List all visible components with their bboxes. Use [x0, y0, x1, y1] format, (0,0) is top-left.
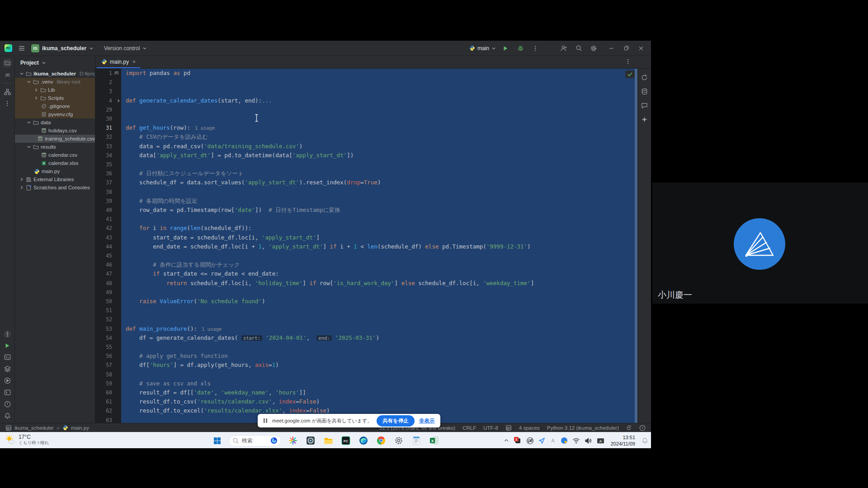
status-segment[interactable]: CRLF: [462, 425, 476, 431]
pull-requests-icon[interactable]: [5, 72, 10, 78]
bell-icon[interactable]: [4, 413, 11, 419]
project-widget[interactable]: IS ikuma_scheduler: [31, 44, 94, 52]
version-control-menu[interactable]: Version control: [104, 45, 147, 52]
status-segment[interactable]: 4 spaces: [519, 425, 540, 431]
code-content[interactable]: 1import pandas as pd234def generate_cale…: [95, 69, 651, 423]
wifi-icon[interactable]: [572, 437, 580, 445]
code-line-50[interactable]: 50 raise ValueError('No schedule found'): [95, 297, 635, 306]
code-line-34[interactable]: 34 data['apply_start_dt'] = pd.to_dateti…: [95, 151, 635, 160]
code-line-51[interactable]: 51: [95, 306, 635, 315]
chevron-down-icon[interactable]: [27, 120, 31, 125]
tree-item-pyvenv-cfg[interactable]: pyvenv.cfg: [15, 110, 95, 118]
code-line-38[interactable]: 38: [95, 188, 635, 197]
tree-item-training-schedule-csv[interactable]: training_schedule.csv: [15, 135, 95, 143]
taskbar-clock[interactable]: 13:51 2024/11/09: [611, 434, 635, 447]
structure-icon[interactable]: [4, 89, 11, 95]
tree-item-calendar-csv[interactable]: calendar.csv: [15, 151, 95, 159]
gutter-users-icon[interactable]: [113, 70, 119, 76]
code-line-42[interactable]: 42 for i in range(len(schedule_df)):: [95, 224, 635, 233]
chrome-icon[interactable]: [375, 434, 387, 447]
console-icon[interactable]: [4, 354, 11, 361]
editor-body[interactable]: 1import pandas as pd234def generate_cale…: [95, 69, 651, 423]
code-line-33[interactable]: 33 data = pd.read_csv('data/training_sch…: [95, 142, 635, 151]
sync-icon[interactable]: [641, 74, 648, 81]
code-line-57[interactable]: 57 df['hours'] = df.apply(get_hours, axi…: [95, 361, 635, 370]
chevron-right-icon[interactable]: [34, 96, 38, 100]
volume-icon[interactable]: [585, 437, 592, 445]
tree-item--venv[interactable]: .venvlibrary root: [15, 78, 95, 86]
chevron-down-icon[interactable]: [27, 145, 31, 149]
widgets-icon[interactable]: [287, 434, 299, 447]
tree-item-lib[interactable]: Lib: [15, 86, 95, 94]
code-line-54[interactable]: 54 df = generate_calendar_dates( start: …: [95, 333, 635, 343]
photos-icon[interactable]: [305, 434, 316, 447]
tab-close-icon[interactable]: ×: [132, 59, 136, 65]
hide-link[interactable]: 非表示: [419, 418, 435, 424]
database-icon[interactable]: [641, 88, 648, 95]
location-icon[interactable]: [538, 437, 545, 444]
code-line-3[interactable]: 3: [95, 87, 635, 96]
edge-icon[interactable]: [358, 434, 369, 447]
code-line-29[interactable]: 29: [95, 105, 635, 114]
indent-info-icon[interactable]: [505, 425, 512, 431]
code-line-48[interactable]: 48 return schedule_df.loc[i, 'holiday_ti…: [95, 279, 635, 288]
code-line-4[interactable]: 4def generate_calendar_dates(start, end)…: [95, 96, 635, 105]
ime-keyboard-icon[interactable]: A: [597, 437, 604, 444]
code-line-44[interactable]: 44 end_date = schedule_df.loc[i + 1, 'ap…: [95, 242, 635, 251]
tree-item-external-libraries[interactable]: External Libraries: [15, 175, 95, 183]
tab-options-kebab-icon[interactable]: [625, 58, 631, 65]
status-segment[interactable]: UTF-8: [483, 425, 498, 431]
blue-dot-icon[interactable]: [561, 437, 568, 444]
tree-item-calendar-xlsx[interactable]: Xcalendar.xlsx: [15, 159, 95, 167]
start-button[interactable]: [211, 434, 223, 447]
tree-item-results[interactable]: results: [15, 143, 95, 151]
code-line-55[interactable]: 55: [95, 343, 635, 352]
more-icon[interactable]: [4, 100, 10, 107]
play-circle-icon[interactable]: [4, 377, 11, 384]
project-folder-icon[interactable]: [3, 59, 12, 67]
problems-icon[interactable]: [4, 401, 11, 408]
lock-icon[interactable]: [626, 425, 632, 431]
code-line-46[interactable]: 46 # 条件に該当する期間かチェック: [95, 260, 635, 269]
status-breadcrumb-project[interactable]: ikuma_scheduler: [14, 425, 54, 431]
code-line-56[interactable]: 56 # apply get_hours function: [95, 352, 635, 361]
tree-item-holidays-csv[interactable]: holidays.csv: [15, 127, 95, 135]
tree-item--gitignore[interactable]: .gitignore: [15, 102, 95, 110]
code-line-58[interactable]: 58: [95, 370, 635, 379]
code-line-36[interactable]: 36 # 日付順にスケジュールデータをソート: [95, 169, 635, 178]
tab-main-py[interactable]: main.py ×: [97, 56, 140, 68]
notifications-bell-icon[interactable]: [642, 437, 648, 444]
error-notification-icon[interactable]: [639, 425, 646, 431]
restore-button[interactable]: [621, 43, 632, 54]
chevron-right-icon[interactable]: [19, 185, 24, 190]
fold-arrow-icon[interactable]: [116, 99, 121, 103]
services-icon[interactable]: [4, 366, 11, 372]
weather-widget[interactable]: 17°C くもり時々晴れ: [5, 434, 49, 446]
chevron-right-icon[interactable]: [19, 177, 24, 182]
code-line-39[interactable]: 39 # 各期間の時間を設定: [95, 197, 635, 206]
code-line-31[interactable]: 31def get_hours(row):1 usage: [95, 123, 635, 132]
close-button[interactable]: [636, 43, 646, 54]
code-line-60[interactable]: 60 result_df = df[['date', 'weekday_name…: [95, 388, 635, 397]
tree-item-data[interactable]: data: [15, 118, 95, 127]
chevron-down-icon[interactable]: [19, 71, 24, 76]
code-line-43[interactable]: 43 start_date = schedule_df.loc[i, 'appl…: [95, 233, 635, 242]
settings-icon[interactable]: [393, 434, 405, 447]
tree-item-scratches-and-consoles[interactable]: Scratches and Consoles: [15, 183, 95, 192]
code-line-61[interactable]: 61 result_df.to_csv('results/calendar.cs…: [95, 397, 635, 406]
tree-item-scripts[interactable]: Scripts: [15, 94, 95, 102]
camera-off-icon[interactable]: [526, 437, 534, 445]
code-line-45[interactable]: 45: [95, 251, 635, 260]
file-explorer-icon[interactable]: [322, 434, 334, 447]
search-everywhere-button[interactable]: [573, 43, 584, 54]
code-line-37[interactable]: 37 schedule_df = data.sort_values('apply…: [95, 178, 635, 187]
stop-sharing-button[interactable]: 共有を停止: [377, 415, 415, 427]
minimize-button[interactable]: [606, 43, 617, 54]
chat-icon[interactable]: [641, 102, 648, 109]
pycharm-icon[interactable]: PC: [340, 434, 352, 447]
run-config-selector[interactable]: main: [469, 45, 496, 52]
chevron-up-icon[interactable]: [504, 438, 509, 443]
participant-tile[interactable]: 小川慶一: [652, 183, 868, 304]
code-line-35[interactable]: 35: [95, 160, 635, 169]
project-panel-header[interactable]: Project: [15, 56, 95, 70]
